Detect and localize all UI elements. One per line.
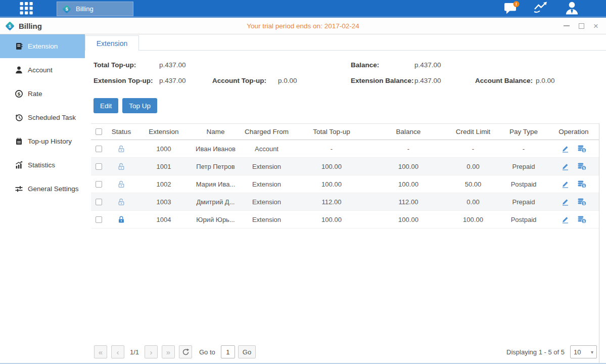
svg-text:$: $: [583, 166, 585, 170]
svg-text:$: $: [583, 219, 585, 223]
cell-extension: 1004: [136, 216, 191, 223]
edit-button[interactable]: Edit: [94, 98, 118, 113]
refresh-icon: [182, 348, 190, 356]
top-up-icon[interactable]: $: [577, 198, 587, 206]
close-icon: ×: [593, 22, 598, 30]
select-all-checkbox[interactable]: [96, 128, 102, 135]
pagination-bar: « ‹ 1/1 › » Go to Go Displaying 1 - 5 of…: [91, 340, 599, 364]
extensions-table: Status Extension Name Charged From Total…: [91, 123, 599, 364]
edit-icon[interactable]: [561, 198, 570, 206]
edit-icon[interactable]: [561, 145, 570, 153]
next-page-button[interactable]: ›: [145, 345, 158, 358]
cell-total-topup: -: [293, 145, 370, 153]
table-row: 1000 Иван Иванов Account - - - - $: [91, 140, 599, 158]
trial-message: Your trial period ends on: 2017-02-24: [0, 22, 606, 30]
app-tab-billing[interactable]: $ Billing: [57, 2, 133, 16]
table-row: 1001 Петр Петров Extension 100.00 100.00…: [91, 158, 599, 175]
first-page-icon: «: [99, 348, 103, 356]
top-up-icon[interactable]: $: [577, 145, 587, 153]
cell-charged-from: Extension: [240, 163, 293, 170]
sidebar-item-extension[interactable]: Extension: [0, 34, 85, 58]
cell-charged-from: Extension: [240, 180, 293, 188]
svg-text:$: $: [65, 7, 68, 12]
edit-icon[interactable]: [561, 162, 570, 171]
row-checkbox[interactable]: [96, 216, 102, 223]
cell-total-topup: 100.00: [293, 180, 370, 188]
cell-balance: 100.00: [370, 216, 447, 223]
table-header-row: Status Extension Name Charged From Total…: [91, 123, 599, 140]
header-status: Status: [106, 128, 136, 135]
status-cell: [106, 215, 136, 223]
cell-credit-limit: 50.00: [447, 180, 499, 188]
statistics-monitor-button[interactable]: [533, 1, 551, 16]
content-panel: Extension Total Top-up: p.437.00 Balance…: [85, 34, 606, 364]
cell-charged-from: Account: [240, 145, 293, 153]
row-checkbox[interactable]: [96, 146, 102, 152]
row-checkbox[interactable]: [96, 181, 102, 188]
header-operation: Operation: [548, 128, 599, 135]
notifications-button[interactable]: !: [503, 1, 520, 16]
close-button[interactable]: ×: [592, 22, 599, 29]
status-cell: [106, 198, 136, 206]
maximize-button[interactable]: [578, 22, 585, 29]
sidebar-item-rate[interactable]: $ Rate: [0, 82, 85, 106]
page-size-select[interactable]: 10 ▾: [570, 345, 597, 358]
sidebar-item-label: General Settings: [28, 185, 79, 193]
sidebar-item-label: Extension: [28, 42, 58, 50]
top-up-icon[interactable]: $: [577, 162, 587, 171]
chevron-down-icon: ▾: [591, 349, 593, 355]
cell-pay-type: Prepaid: [499, 198, 548, 206]
top-up-button[interactable]: Top Up: [122, 98, 157, 113]
cell-credit-limit: 0.00: [447, 163, 499, 170]
cell-credit-limit: -: [447, 145, 499, 153]
lock-open-icon: [117, 198, 125, 206]
sidebar-item-label: Account: [28, 66, 53, 74]
sidebar-item-topup-history[interactable]: Top-up History: [0, 129, 85, 153]
cell-balance: 112.00: [370, 198, 447, 206]
last-page-button[interactable]: »: [162, 345, 175, 358]
top-app-bar: $ Billing !: [0, 0, 606, 18]
cell-credit-limit: 0.00: [447, 198, 499, 206]
next-page-icon: ›: [150, 348, 153, 356]
cell-name: Петр Петров: [191, 163, 240, 170]
window-title: Billing: [19, 22, 42, 30]
user-account-button[interactable]: [564, 1, 580, 16]
person-icon: [15, 66, 23, 74]
edit-icon[interactable]: [561, 215, 570, 224]
minimize-button[interactable]: [563, 22, 570, 29]
table-row: 1002 Мария Ива... Extension 100.00 100.0…: [91, 175, 599, 193]
sidebar-item-general-settings[interactable]: General Settings: [0, 177, 85, 201]
edit-icon[interactable]: [561, 180, 570, 189]
last-page-icon: »: [166, 348, 170, 356]
cell-extension: 1003: [136, 198, 191, 206]
svg-text:$: $: [583, 201, 585, 205]
table-row: 1004 Юрий Юрь... Extension 100.00 100.00…: [91, 211, 599, 229]
top-up-icon[interactable]: $: [577, 215, 587, 224]
header-name: Name: [191, 128, 240, 135]
app-launcher-button[interactable]: [17, 1, 36, 15]
cell-credit-limit: 100.00: [447, 216, 499, 223]
sidebar-item-label: Scheduled Task: [28, 114, 76, 121]
displaying-info: Displaying 1 - 5 of 5: [506, 348, 565, 356]
sidebar-item-account[interactable]: Account: [0, 58, 85, 82]
refresh-button[interactable]: [179, 345, 192, 358]
prev-page-button[interactable]: ‹: [111, 345, 124, 358]
apps-grid-icon: [19, 1, 34, 16]
window-titlebar: Your trial period ends on: 2017-02-24 $ …: [0, 18, 606, 34]
maximize-icon: [579, 23, 584, 29]
go-button[interactable]: Go: [238, 345, 256, 358]
row-checkbox[interactable]: [96, 199, 102, 205]
first-page-button[interactable]: «: [94, 345, 107, 358]
status-cell: [106, 180, 136, 188]
cell-charged-from: Extension: [240, 198, 293, 206]
tab-extension[interactable]: Extension: [85, 35, 139, 51]
svg-text:$: $: [583, 184, 585, 188]
cell-total-topup: 100.00: [293, 163, 370, 170]
top-up-icon[interactable]: $: [577, 180, 587, 189]
goto-page-input[interactable]: [221, 345, 235, 358]
goto-label: Go to: [199, 348, 215, 356]
sidebar-item-scheduled-task[interactable]: Scheduled Task: [0, 106, 85, 129]
sidebar-item-statistics[interactable]: Statistics: [0, 153, 85, 177]
cell-pay-type: -: [499, 145, 548, 153]
row-checkbox[interactable]: [96, 163, 102, 170]
